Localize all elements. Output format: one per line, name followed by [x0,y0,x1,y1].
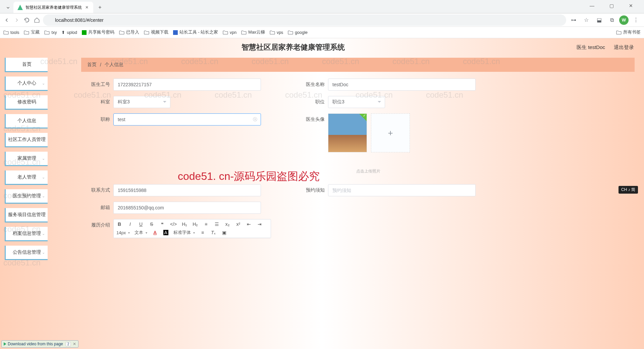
dept-select[interactable] [113,96,170,108]
font-size-select[interactable]: 14px [116,230,130,235]
nav-reload-icon[interactable] [23,15,31,26]
italic-icon[interactable]: I [127,221,133,227]
nav-home-icon[interactable] [33,15,41,26]
sidebar-item-notice-mgmt[interactable]: 公告信息管理⌄ [5,246,48,260]
password-key-icon[interactable]: ⊶ [568,15,579,26]
notice-label: 预约须知 [298,184,328,193]
bg-color-icon[interactable]: A [163,230,169,235]
contact-input[interactable] [113,184,261,196]
doctor-name-label: 医生名称 [298,79,328,88]
input-clear-icon[interactable]: ⓧ [252,117,258,122]
align-icon[interactable]: ≡ [200,230,206,235]
position-select[interactable] [328,96,385,108]
bookmark-folder[interactable]: txy [44,30,57,35]
chevron-down-icon: ⌄ [42,156,45,161]
minimize-icon[interactable]: — [584,0,600,11]
bookmark-item[interactable]: 站长工具 - 站长之家 [173,30,218,35]
doctor-name-input[interactable] [328,79,476,91]
email-input[interactable] [113,202,261,214]
sidebar-item-family-mgmt[interactable]: 家属管理⌄ [5,152,48,166]
font-style-select[interactable]: 文本 [135,230,147,236]
h2-icon[interactable]: H₂ [192,221,198,227]
bookmark-item[interactable]: ⬆ uplod [61,30,77,35]
sidebar-item-staff-mgmt[interactable]: 社区工作人员管理 [5,133,48,147]
logout-link[interactable]: 退出登录 [614,44,634,51]
sidebar-item-archive-mgmt[interactable]: 档案信息管理⌄ [5,227,48,241]
sidebar-item-home[interactable]: 首页 [5,58,48,72]
notice-input[interactable] [328,184,476,196]
bookmark-item[interactable]: 共享账号密码 [82,30,114,35]
close-window-icon[interactable]: ✕ [623,0,639,11]
kebab-menu-icon[interactable]: ⋮ [631,15,641,26]
clear-format-icon[interactable]: Tₓ [210,230,216,235]
download-video-bar[interactable]: Download video from this page 2 ✕ [1,340,78,348]
browser-tab[interactable]: 智慧社区居家养老健康管理系统 ✕ [13,2,93,13]
profile-avatar[interactable]: W [619,15,629,25]
ime-badge: CH ♪ 简 [619,186,638,194]
avatar-upload-button[interactable]: + [371,113,410,152]
indent-right-icon[interactable]: ⇥ [257,221,263,227]
dept-label: 科室 [83,96,113,105]
h1-icon[interactable]: H₁ [181,221,187,227]
editor-toolbar: B I U S ❝ </> H₁ H₂ ≡ ☰ x₂ [114,219,271,238]
tab-close-icon[interactable]: ✕ [85,5,89,10]
chevron-down-icon: ⌄ [42,194,45,198]
bookmark-folder[interactable]: 已导入 [119,30,139,35]
bookmark-folder[interactable]: 宝藏 [24,30,40,35]
image-insert-icon[interactable]: ▣ [221,230,227,235]
bookmark-folder[interactable]: tools [3,30,19,35]
strike-icon[interactable]: S [149,221,155,227]
bookmark-folder[interactable]: vps [270,30,283,35]
avatar-check-icon [359,114,367,121]
new-tab-button[interactable]: + [95,3,105,12]
bookmark-star-icon[interactable]: ☆ [581,15,592,26]
download-count-badge: 2 [66,342,71,346]
extensions-icon[interactable]: ⧉ [606,15,617,26]
list-ol-icon[interactable]: ≡ [203,221,209,227]
bold-icon[interactable]: B [116,221,122,227]
tab-dropdown[interactable] [3,2,13,13]
doctor-id-input[interactable] [113,79,261,91]
sidebar-item-appointment-mgmt[interactable]: 医生预约管理⌄ [5,189,48,204]
play-icon [4,342,6,346]
bookmark-folder[interactable]: Max云梯 [241,30,265,35]
bookmark-folder[interactable]: vpn [223,30,236,35]
indent-left-icon[interactable]: ⇤ [246,221,252,227]
superscript-icon[interactable]: x² [235,221,241,227]
maximize-icon[interactable]: ▢ [604,0,619,11]
chevron-down-icon: ⌄ [42,232,45,236]
underline-icon[interactable]: U [138,221,144,227]
download-close-icon[interactable]: ✕ [73,342,76,346]
sidebar-item-service-mgmt[interactable]: 服务项目信息管理 [5,208,48,222]
doctor-id-label: 医生工号 [83,79,113,88]
quote-icon[interactable]: ❝ [159,221,165,227]
url-input[interactable] [43,14,566,26]
tab-title: 智慧社区居家养老健康管理系统 [25,5,82,10]
bookmark-folder[interactable]: 视频下载 [144,30,168,35]
nav-forward-icon[interactable] [13,15,21,26]
font-color-icon[interactable]: A [152,230,158,235]
resume-editor[interactable]: B I U S ❝ </> H₁ H₂ ≡ ☰ x₂ [113,219,271,238]
title-input[interactable] [113,113,261,126]
bookmark-all[interactable]: 所有书签 [616,30,641,35]
email-label: 邮箱 [83,202,113,211]
list-ul-icon[interactable]: ☰ [214,221,220,227]
sidebar-item-elderly-mgmt[interactable]: 老人管理⌄ [5,170,48,185]
app-title: 智慧社区居家养老健康管理系统 [10,42,577,52]
upload-hint: 点击上传照片 [328,168,409,174]
avatar-thumbnail[interactable] [328,113,367,152]
sidebar-item-profile-center[interactable]: 个人中心⌄ [5,77,48,91]
position-label: 职位 [298,96,328,105]
download-tray-icon[interactable]: ⬓ [594,15,604,26]
code-icon[interactable]: </> [170,221,177,227]
chevron-down-icon: ⌄ [42,175,45,180]
subscript-icon[interactable]: x₂ [224,221,230,227]
font-family-select[interactable]: 标准字体 [173,230,195,236]
contact-label: 联系方式 [83,184,113,193]
sidebar-item-personal-info[interactable]: 个人信息 [5,114,48,129]
breadcrumb-home[interactable]: 首页 [87,62,97,68]
sidebar-item-change-password[interactable]: 修改密码 [5,95,48,110]
bookmark-folder[interactable]: google [288,30,308,35]
nav-back-icon[interactable] [3,15,11,26]
vue-favicon [17,5,23,10]
